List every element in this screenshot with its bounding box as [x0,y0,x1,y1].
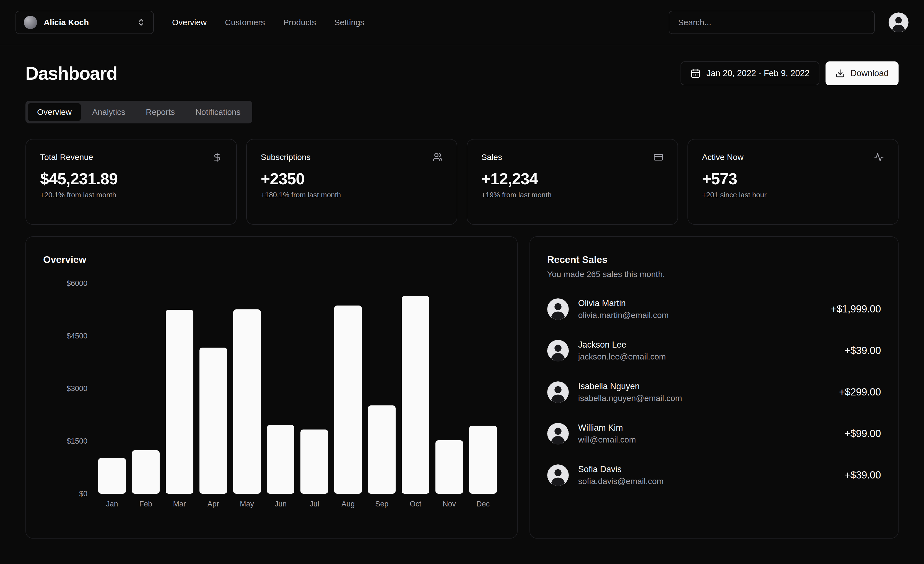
sale-row: Jackson Lee jackson.lee@email.com +$39.0… [547,340,881,361]
download-icon [836,69,845,78]
x-tick: Jan [95,500,129,508]
stats-row: Total Revenue $45,231.89 +20.1% from las… [26,139,898,225]
stat-card-total-revenue: Total Revenue $45,231.89 +20.1% from las… [26,139,237,225]
bar-jul [300,430,328,494]
dashboard-page: Dashboard Jan 20, 2022 - Feb 9, 2022 Dow… [0,45,924,538]
revenue-bar-chart: $6000 $4500 $3000 $1500 $0 [43,283,500,521]
search-input[interactable] [669,11,875,34]
x-tick: May [230,500,264,508]
tabs-list: Overview Analytics Reports Notifications [26,101,252,123]
nav-item-overview[interactable]: Overview [172,18,207,27]
customer-name: Sofia Davis [578,465,664,474]
dollar-sign-icon [212,152,222,162]
stat-change: +180.1% from last month [261,191,443,199]
tab-reports[interactable]: Reports [136,103,184,121]
customer-avatar [547,423,569,444]
stat-value: $45,231.89 [40,169,222,188]
credit-card-icon [654,152,663,162]
stat-change: +20.1% from last month [40,191,222,199]
stat-title: Total Revenue [40,152,93,162]
stat-card-subscriptions: Subscriptions +2350 +180.1% from last mo… [246,139,458,225]
calendar-icon [690,68,700,78]
stat-value: +2350 [261,169,443,188]
user-avatar[interactable] [889,12,909,32]
bar-oct [402,296,429,494]
bar-nov [435,440,463,494]
bar-mar [166,310,194,494]
customer-avatar [547,340,569,361]
chart-title: Overview [43,254,500,265]
stat-title: Sales [482,152,502,162]
customer-name: Isabella Nguyen [578,381,682,391]
stat-value: +573 [702,169,884,188]
customer-name: Jackson Lee [578,340,666,350]
x-tick: Oct [399,500,432,508]
sale-amount: +$299.00 [839,387,881,398]
stat-title: Subscriptions [261,152,310,162]
nav-item-settings[interactable]: Settings [334,18,364,27]
x-tick: Sep [365,500,399,508]
team-avatar [24,16,37,29]
customer-email: sofia.davis@email.com [578,477,664,486]
x-tick: Mar [163,500,196,508]
customer-name: Olivia Martin [578,298,669,308]
y-tick: $1500 [67,437,87,445]
y-tick: $3000 [67,384,87,393]
stat-card-sales: Sales +12,234 +19% from last month [467,139,678,225]
recent-sales-card: Recent Sales You made 265 sales this mon… [530,236,898,538]
y-tick: $4500 [67,332,87,340]
bar-jan [98,458,126,494]
recent-sales-title: Recent Sales [547,254,881,265]
customer-avatar [547,465,569,486]
x-tick: Dec [466,500,500,508]
page-title: Dashboard [26,63,117,84]
sale-row: Isabella Nguyen isabella.nguyen@email.co… [547,381,881,403]
bar-feb [132,450,160,494]
nav-item-products[interactable]: Products [283,18,316,27]
x-tick: Feb [129,500,163,508]
bar-dec [469,426,497,494]
main-nav: Overview Customers Products Settings [172,18,364,27]
team-name: Alicia Koch [44,18,130,27]
chart-bars [95,283,500,494]
tab-overview[interactable]: Overview [28,103,81,121]
sale-row: Olivia Martin olivia.martin@email.com +$… [547,298,881,320]
bar-jun [267,425,295,494]
chart-y-axis: $6000 $4500 $3000 $1500 $0 [43,283,87,494]
customer-avatar [547,298,569,320]
y-tick: $6000 [67,279,87,288]
stat-change: +201 since last hour [702,191,884,199]
sale-amount: +$39.00 [844,469,881,481]
tab-notifications[interactable]: Notifications [186,103,249,121]
sale-amount: +$39.00 [844,345,881,356]
stat-change: +19% from last month [482,191,663,199]
activity-icon [874,152,884,162]
tab-analytics[interactable]: Analytics [83,103,135,121]
chevrons-up-down-icon [136,18,146,27]
customer-email: jackson.lee@email.com [578,352,666,361]
sale-row: William Kim will@email.com +$99.00 [547,423,881,444]
customer-email: isabella.nguyen@email.com [578,394,682,403]
sale-amount: +$1,999.00 [831,303,881,315]
chart-x-axis: Jan Feb Mar Apr May Jun Jul Aug Sep Oct … [95,500,500,508]
stat-card-active-now: Active Now +573 +201 since last hour [687,139,899,225]
top-nav: Alicia Koch Overview Customers Products … [0,0,924,45]
bar-sep [368,405,396,494]
customer-email: olivia.martin@email.com [578,310,669,320]
bar-apr [200,347,227,494]
download-label: Download [850,68,889,78]
team-switcher[interactable]: Alicia Koch [15,11,154,34]
y-tick: $0 [79,490,87,498]
sale-amount: +$99.00 [844,428,881,439]
customer-email: will@email.com [578,435,636,444]
customer-avatar [547,381,569,403]
download-button[interactable]: Download [825,62,898,85]
date-range-picker[interactable]: Jan 20, 2022 - Feb 9, 2022 [681,62,819,85]
bar-aug [334,305,362,494]
nav-item-customers[interactable]: Customers [225,18,265,27]
date-range-label: Jan 20, 2022 - Feb 9, 2022 [706,68,810,78]
user-avatar-image [889,12,909,32]
stat-title: Active Now [702,152,744,162]
overview-chart-card: Overview $6000 $4500 $3000 $1500 $0 [26,236,518,538]
users-icon [433,152,442,162]
